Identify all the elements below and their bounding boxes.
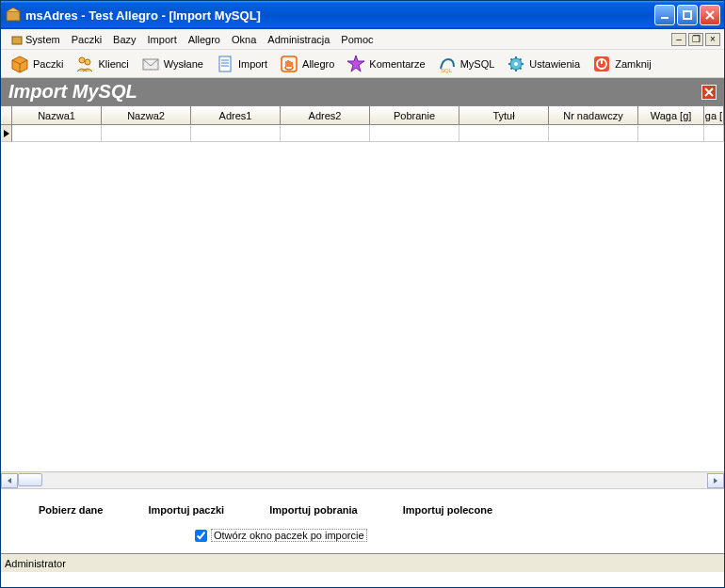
toolbar-klienci-button[interactable]: Klienci — [70, 52, 133, 76]
menu-allegro[interactable]: Allegro — [183, 32, 226, 47]
row-indicator — [1, 125, 12, 142]
toolbar-mysql-button[interactable]: SQLMySQL — [432, 52, 500, 76]
scroll-thumb[interactable] — [18, 473, 42, 486]
grid-corner — [1, 106, 12, 125]
window-titlebar: msAdres - Test Allegro - [Import MySQL] — [1, 1, 724, 29]
grid-cell[interactable] — [704, 125, 724, 142]
horizontal-scrollbar[interactable] — [1, 471, 724, 488]
power-icon — [591, 54, 612, 74]
window-close-button[interactable] — [700, 5, 720, 25]
column-header[interactable]: Adres2 — [281, 106, 370, 125]
panel-close-button[interactable] — [701, 85, 717, 100]
toolbar-ustawienia-button[interactable]: Ustawienia — [501, 52, 585, 76]
grid-row[interactable] — [1, 125, 724, 142]
grid-cell[interactable] — [191, 125, 281, 142]
column-header[interactable]: Adres1 — [191, 106, 281, 125]
menu-pomoc[interactable]: Pomoc — [335, 32, 379, 47]
column-header[interactable]: Nazwa2 — [102, 106, 191, 125]
menubar: System Paczki Bazy Import Allegro Okna A… — [1, 29, 724, 50]
menu-okna[interactable]: Okna — [226, 32, 262, 47]
grid-cell[interactable] — [12, 125, 102, 142]
toolbar-zamknij-button[interactable]: Zamknij — [587, 52, 656, 76]
open-window-checkbox[interactable] — [195, 530, 207, 542]
statusbar: Administrator — [1, 553, 724, 572]
scroll-right-button[interactable] — [707, 473, 724, 488]
mdi-close-button[interactable]: × — [705, 33, 720, 46]
grid-cell[interactable] — [281, 125, 370, 142]
column-header[interactable]: Nr nadawczy — [549, 106, 638, 125]
toolbar-paczki-button[interactable]: Paczki — [5, 52, 68, 76]
grid-cell[interactable] — [638, 125, 704, 142]
column-header[interactable]: ga [ — [704, 106, 724, 125]
star-icon — [346, 54, 366, 74]
status-user: Administrator — [5, 558, 66, 569]
svg-point-5 — [85, 59, 90, 65]
open-window-checkbox-label[interactable]: Otwórz okno paczek po imporcie — [211, 529, 367, 542]
panel-header: Import MySQL — [1, 78, 724, 105]
gear-icon — [506, 54, 526, 74]
pobierz-dane-button[interactable]: Pobierz dane — [35, 502, 106, 517]
grid-empty-area — [1, 142, 724, 471]
envelope-icon — [140, 54, 161, 74]
grid-cell[interactable] — [370, 125, 459, 142]
toolbar-komentarze-button[interactable]: Komentarze — [341, 52, 429, 76]
hand-icon — [279, 54, 299, 74]
data-grid: Nazwa1 Nazwa2 Adres1 Adres2 Pobranie Tyt… — [1, 105, 724, 471]
grid-cell[interactable] — [459, 125, 549, 142]
grid-cell[interactable] — [102, 125, 191, 142]
checkbox-row: Otwórz okno paczek po imporcie — [1, 529, 724, 553]
mysql-icon: SQL — [437, 54, 458, 74]
menu-bazy[interactable]: Bazy — [107, 32, 141, 47]
column-header[interactable]: Pobranie — [370, 106, 459, 125]
toolbar-import-button[interactable]: Import — [210, 52, 272, 76]
grid-header-row: Nazwa1 Nazwa2 Adres1 Adres2 Pobranie Tyt… — [1, 106, 724, 125]
users-icon — [74, 54, 95, 74]
svg-rect-0 — [7, 11, 20, 21]
svg-point-4 — [79, 57, 85, 63]
svg-text:SQL: SQL — [441, 68, 453, 73]
document-icon — [215, 54, 235, 74]
mdi-minimize-button[interactable]: – — [671, 33, 686, 46]
toolbar-wyslane-button[interactable]: Wysłane — [136, 52, 208, 76]
toolbar: Paczki Klienci Wysłane Import Allegro Ko… — [1, 50, 724, 78]
app-icon — [5, 7, 22, 24]
menu-system[interactable]: System — [5, 31, 66, 48]
column-header[interactable]: Nazwa1 — [12, 106, 102, 125]
mdi-restore-button[interactable]: ❐ — [688, 33, 703, 46]
window-title: msAdres - Test Allegro - [Import MySQL] — [25, 8, 654, 23]
maximize-button[interactable] — [677, 5, 698, 25]
importuj-pobrania-button[interactable]: Importuj pobrania — [266, 502, 362, 517]
svg-point-14 — [514, 62, 518, 66]
menu-paczki[interactable]: Paczki — [66, 32, 107, 47]
menu-import[interactable]: Import — [142, 32, 183, 47]
toolbar-allegro-button[interactable]: Allegro — [274, 52, 339, 76]
svg-rect-7 — [219, 56, 231, 72]
svg-rect-1 — [661, 17, 669, 19]
menu-administracja[interactable]: Administracja — [262, 32, 335, 47]
svg-rect-2 — [684, 11, 691, 19]
svg-rect-3 — [12, 37, 22, 44]
package-icon — [9, 54, 30, 74]
action-bar: Pobierz dane Importuj paczki Importuj po… — [1, 488, 724, 529]
scroll-left-button[interactable] — [1, 473, 18, 488]
importuj-polecone-button[interactable]: Importuj polecone — [399, 502, 496, 517]
column-header[interactable]: Waga [g] — [638, 106, 704, 125]
panel-title-text: Import MySQL — [8, 81, 137, 103]
column-header[interactable]: Tytuł — [459, 106, 549, 125]
grid-cell[interactable] — [549, 125, 638, 142]
importuj-paczki-button[interactable]: Importuj paczki — [144, 502, 228, 517]
minimize-button[interactable] — [654, 5, 675, 25]
scroll-track[interactable] — [18, 473, 707, 488]
